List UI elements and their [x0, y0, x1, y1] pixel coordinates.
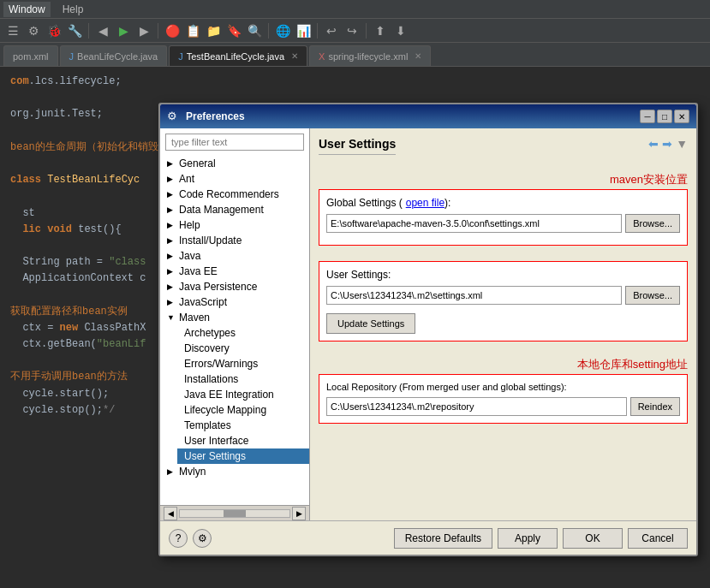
tree-arrow-install-update: ▶ [167, 236, 176, 245]
global-settings-suffix: ): [444, 197, 450, 209]
tree-container: ▶ General ▶ Ant ▶ Code Recommenders ▶ Da… [160, 156, 309, 505]
user-settings-label: User Settings: [326, 269, 391, 281]
dialog-close-btn[interactable]: ✕ [674, 110, 689, 123]
tree-label-help: Help [179, 219, 200, 231]
section-header: User Settings ⬅ ➡ ▼ [319, 137, 688, 163]
tree-nav-right[interactable]: ▶ [292, 507, 306, 520]
tree-item-java-ee[interactable]: ▶ Java EE [160, 264, 309, 279]
tree-label-discovery: Discovery [184, 342, 230, 354]
tree-label-installations: Installations [184, 373, 238, 385]
tree-label-lifecycle-mapping: Lifecycle Mapping [184, 404, 266, 416]
user-settings-browse-btn[interactable]: Browse... [625, 286, 680, 305]
tree-item-user-settings[interactable]: User Settings [177, 448, 309, 464]
user-settings-group: User Settings: Browse... Update Settings [319, 261, 688, 342]
tree-label-templates: Templates [184, 419, 231, 431]
dialog-titlebar: ⚙ Preferences ─ □ ✕ [160, 104, 696, 128]
tree-label-data-management: Data Management [179, 204, 264, 216]
local-repo-desc: Local Repository (From merged user and g… [326, 382, 680, 392]
tree-arrow-general: ▶ [167, 159, 176, 168]
tree-item-java[interactable]: ▶ Java [160, 248, 309, 264]
tree-label-user-interface: User Interface [184, 435, 248, 447]
tree-scrollbar-thumb [224, 510, 246, 517]
global-settings-label-row: Global Settings ( open file ): [326, 197, 680, 209]
tree-arrow-javascript: ▶ [167, 298, 176, 306]
global-settings-input-row: Browse... [326, 214, 680, 233]
dialog-maximize-btn[interactable]: □ [657, 110, 672, 123]
global-annotation: maven安装位置 [610, 173, 688, 186]
tree-item-install-update[interactable]: ▶ Install/Update [160, 233, 309, 248]
tree-arrow-data-management: ▶ [167, 205, 176, 214]
preferences-icon-btn[interactable]: ⚙ [193, 529, 212, 548]
tree-arrow-java-ee: ▶ [167, 267, 176, 276]
user-settings-label-row: User Settings: [326, 269, 680, 281]
tree-arrow-java: ▶ [167, 252, 176, 260]
tree-label-errors-warnings: Errors/Warnings [184, 358, 258, 370]
cancel-btn[interactable]: Cancel [628, 528, 688, 549]
tree-arrow-mvlyn: ▶ [167, 467, 176, 476]
tree-filter-input[interactable] [165, 134, 304, 151]
tree-item-ant[interactable]: ▶ Ant [160, 171, 309, 187]
local-repo-input[interactable] [326, 397, 627, 416]
tree-label-general: General [179, 157, 216, 169]
user-settings-input[interactable] [326, 286, 622, 305]
local-settings-group: Local Repository (From merged user and g… [319, 374, 688, 424]
dialog-title: Preferences [186, 110, 638, 122]
preferences-icon: ⚙ [167, 110, 181, 123]
apply-btn[interactable]: Apply [498, 528, 558, 549]
ok-btn[interactable]: OK [563, 528, 623, 549]
tree-item-code-recommenders[interactable]: ▶ Code Recommenders [160, 187, 309, 202]
tree-item-java-persistence[interactable]: ▶ Java Persistence [160, 279, 309, 294]
tree-nav-left[interactable]: ◀ [164, 507, 177, 520]
tree-arrow-maven: ▼ [167, 313, 176, 322]
tree-label-ant: Ant [179, 173, 194, 185]
tree-label-java-ee-integration: Java EE Integration [184, 389, 274, 401]
global-annotation-container: maven安装位置 [319, 172, 688, 187]
tree-item-lifecycle-mapping[interactable]: Lifecycle Mapping [177, 402, 309, 418]
dialog-body: ▶ General ▶ Ant ▶ Code Recommenders ▶ Da… [160, 128, 696, 520]
tree-item-maven[interactable]: ▼ Maven [160, 310, 309, 325]
global-settings-input[interactable] [326, 214, 622, 233]
local-annotation-container: 本地仓库和setting地址 [319, 357, 688, 372]
footer-left: ? ⚙ [169, 529, 387, 548]
tree-arrow-code-recommenders: ▶ [167, 190, 176, 199]
tree-label-mvlyn: Mvlyn [179, 466, 206, 478]
tree-item-general[interactable]: ▶ General [160, 156, 309, 171]
tree-label-maven: Maven [179, 312, 210, 324]
tree-label-java-persistence: Java Persistence [179, 281, 257, 293]
tree-arrow-ant: ▶ [167, 175, 176, 183]
tree-arrow-help: ▶ [167, 221, 176, 229]
restore-defaults-btn[interactable]: Restore Defaults [394, 528, 492, 549]
tree-item-discovery[interactable]: Discovery [177, 341, 309, 356]
local-repo-input-row: Reindex [326, 397, 680, 416]
dialog-footer: ? ⚙ Restore Defaults Apply OK Cancel [160, 520, 696, 555]
global-settings-prefix: Global Settings ( [326, 197, 403, 209]
tree-label-install-update: Install/Update [179, 235, 242, 246]
nav-menu-icon[interactable]: ▼ [676, 137, 688, 151]
global-settings-browse-btn[interactable]: Browse... [625, 214, 680, 233]
tree-label-java-ee: Java EE [179, 265, 218, 277]
tree-item-templates[interactable]: Templates [177, 418, 309, 433]
tree-item-data-management[interactable]: ▶ Data Management [160, 202, 309, 217]
tree-panel: ▶ General ▶ Ant ▶ Code Recommenders ▶ Da… [160, 128, 310, 520]
tree-item-archetypes[interactable]: Archetypes [177, 325, 309, 341]
preferences-dialog: ⚙ Preferences ─ □ ✕ ▶ General ▶ Ant [158, 103, 698, 556]
tree-item-help[interactable]: ▶ Help [160, 217, 309, 233]
nav-forward-icon[interactable]: ➡ [662, 137, 672, 151]
reindex-btn[interactable]: Reindex [630, 397, 680, 416]
update-settings-btn[interactable]: Update Settings [326, 313, 415, 334]
tree-item-javascript[interactable]: ▶ JavaScript [160, 294, 309, 310]
global-settings-link[interactable]: open file [406, 197, 444, 209]
tree-item-user-interface[interactable]: User Interface [177, 433, 309, 448]
settings-panel: User Settings ⬅ ➡ ▼ maven安装位置 Global Set… [310, 128, 696, 520]
tree-item-java-ee-integration[interactable]: Java EE Integration [177, 387, 309, 402]
dialog-minimize-btn[interactable]: ─ [640, 110, 655, 123]
tree-item-mvlyn[interactable]: ▶ Mvlyn [160, 464, 309, 479]
help-icon-btn[interactable]: ? [169, 529, 188, 548]
tree-item-errors-warnings[interactable]: Errors/Warnings [177, 356, 309, 371]
global-settings-group: Global Settings ( open file ): Browse... [319, 189, 688, 246]
tree-scrollbar[interactable] [179, 509, 290, 518]
dialog-overlay: ⚙ Preferences ─ □ ✕ ▶ General ▶ Ant [0, 0, 710, 588]
local-annotation: 本地仓库和setting地址 [577, 358, 688, 371]
tree-item-installations[interactable]: Installations [177, 371, 309, 387]
nav-back-icon[interactable]: ⬅ [648, 137, 659, 151]
